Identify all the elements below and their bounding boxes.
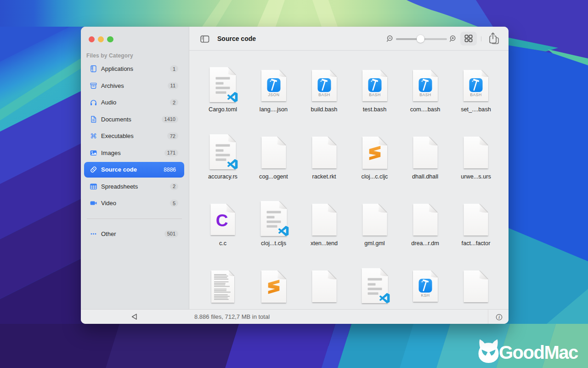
- svg-text:GoodMac: GoodMac: [499, 342, 578, 362]
- svg-text:BASH: BASH: [470, 92, 481, 97]
- svg-text:i: i: [498, 315, 500, 320]
- svg-text:BASH: BASH: [318, 92, 330, 97]
- svg-text:KSH: KSH: [421, 293, 430, 298]
- svg-text:BASH: BASH: [369, 92, 380, 97]
- svg-text:⌘: ⌘: [90, 132, 97, 140]
- svg-text:BASH: BASH: [419, 92, 431, 97]
- svg-text:C: C: [216, 211, 228, 230]
- svg-text:JSON: JSON: [268, 92, 279, 97]
